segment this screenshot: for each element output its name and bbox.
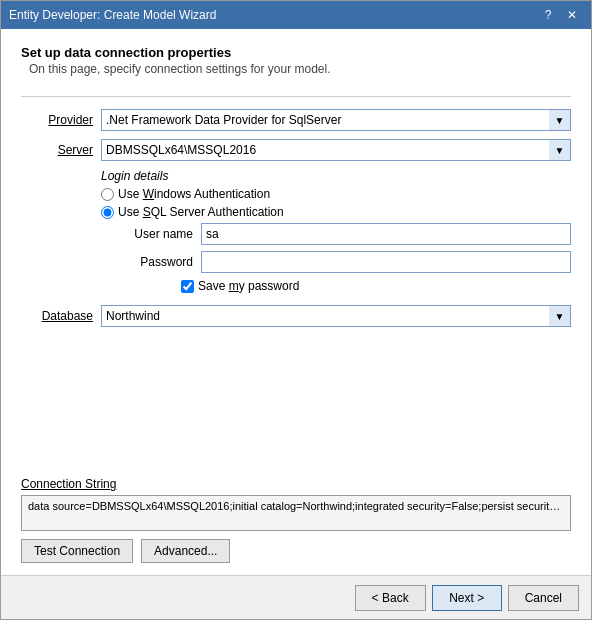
sql-auth-label[interactable]: Use SQL Server Authentication [118, 205, 284, 219]
page-title: Set up data connection properties [21, 45, 571, 60]
password-label: Password [121, 255, 193, 269]
main-content: Set up data connection properties On thi… [1, 29, 591, 575]
conn-str-label: Connection String [21, 477, 571, 491]
sql-auth-fields: User name Password [121, 223, 571, 273]
title-bar: Entity Developer: Create Model Wizard ? … [1, 1, 591, 29]
action-buttons: Test Connection Advanced... [21, 539, 571, 563]
save-password-label[interactable]: Save my password [198, 279, 299, 293]
password-input[interactable] [201, 251, 571, 273]
conn-str-value: data source=DBMSSQLx64\MSSQL2016;initial… [21, 495, 571, 531]
provider-dropdown-wrapper: ▼ [101, 109, 571, 131]
header-separator [21, 96, 571, 97]
database-label: Database [21, 309, 93, 323]
provider-row: Provider ▼ [21, 109, 571, 131]
cancel-button[interactable]: Cancel [508, 585, 579, 611]
sql-auth-row: Use SQL Server Authentication [101, 205, 571, 219]
main-window: Entity Developer: Create Model Wizard ? … [0, 0, 592, 620]
advanced-button[interactable]: Advanced... [141, 539, 230, 563]
close-button[interactable]: ✕ [561, 6, 583, 24]
test-connection-button[interactable]: Test Connection [21, 539, 133, 563]
next-button[interactable]: Next > [432, 585, 502, 611]
username-input[interactable] [201, 223, 571, 245]
provider-dropdown-btn[interactable]: ▼ [549, 109, 571, 131]
database-dropdown-wrapper: ▼ [101, 305, 571, 327]
save-password-row: Save my password [181, 279, 571, 293]
windows-auth-row: Use Windows Authentication [101, 187, 571, 201]
server-dropdown-wrapper: ▼ [101, 139, 571, 161]
save-password-checkbox[interactable] [181, 280, 194, 293]
provider-input[interactable] [101, 109, 571, 131]
help-button[interactable]: ? [537, 6, 559, 24]
sql-auth-radio[interactable] [101, 206, 114, 219]
provider-label: Provider [21, 113, 93, 127]
spacer [21, 335, 571, 469]
server-label: Server [21, 143, 93, 157]
server-dropdown-btn[interactable]: ▼ [549, 139, 571, 161]
database-dropdown-btn[interactable]: ▼ [549, 305, 571, 327]
page-subtitle: On this page, specify connection setting… [29, 62, 571, 76]
username-label: User name [121, 227, 193, 241]
windows-auth-radio[interactable] [101, 188, 114, 201]
login-details-label: Login details [101, 169, 571, 183]
database-input[interactable] [101, 305, 571, 327]
back-button[interactable]: < Back [355, 585, 426, 611]
username-row: User name [121, 223, 571, 245]
login-details-section: Login details Use Windows Authentication… [101, 169, 571, 301]
window-title: Entity Developer: Create Model Wizard [9, 8, 216, 22]
title-bar-controls: ? ✕ [537, 6, 583, 24]
page-header: Set up data connection properties On thi… [21, 45, 571, 76]
password-row: Password [121, 251, 571, 273]
database-row: Database ▼ [21, 305, 571, 327]
server-input[interactable] [101, 139, 571, 161]
windows-auth-label[interactable]: Use Windows Authentication [118, 187, 270, 201]
server-row: Server ▼ [21, 139, 571, 161]
connection-string-section: Connection String data source=DBMSSQLx64… [21, 477, 571, 531]
footer: < Back Next > Cancel [1, 575, 591, 619]
